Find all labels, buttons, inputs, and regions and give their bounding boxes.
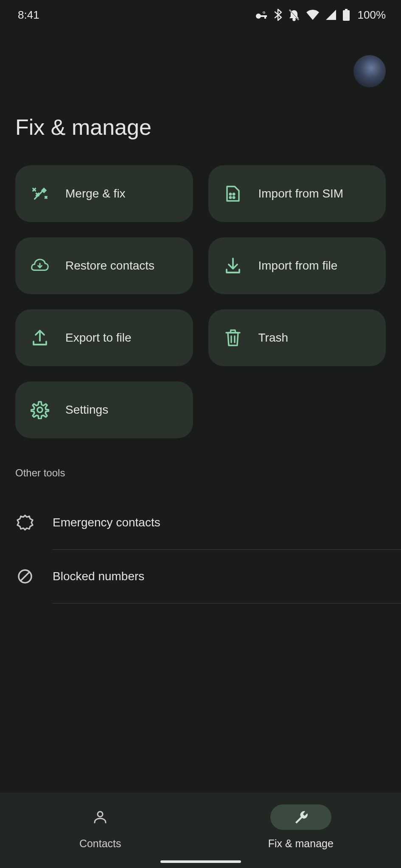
restore-contacts-label: Restore contacts [65,259,154,273]
bluetooth-icon [274,8,282,21]
svg-point-4 [293,19,295,21]
dnd-icon [288,8,300,21]
svg-point-17 [230,193,231,195]
svg-line-29 [20,572,30,581]
svg-point-27 [37,407,42,412]
page-title: Fix & manage [15,114,151,140]
gear-icon [31,401,49,419]
blocked-numbers-label: Blocked numbers [53,570,144,583]
upload-icon [31,328,49,347]
import-file-card[interactable]: Import from file [208,237,386,294]
bottom-nav: Contacts Fix & manage [0,793,401,868]
svg-rect-7 [345,9,348,10]
other-tools-label: Other tools [15,467,386,479]
nav-contacts-icon-wrap [70,804,131,830]
trash-label: Trash [258,331,289,345]
import-sim-label: Import from SIM [258,187,344,200]
blocked-numbers-row[interactable]: Blocked numbers [15,550,386,603]
download-icon [224,256,242,275]
person-icon [93,810,108,825]
settings-card[interactable]: Settings [15,381,193,438]
status-bar: 8:41 G 100% [0,0,401,30]
battery-icon [342,9,350,21]
sim-icon [224,184,242,203]
action-grid: Merge & fix Import from SIM Restore cont… [0,165,401,438]
import-sim-card[interactable]: Import from SIM [208,165,386,222]
signal-icon [325,9,337,20]
gesture-bar [160,860,241,863]
wrench-icon [293,810,308,825]
vpn-key-icon: G [255,10,268,19]
wifi-icon [306,9,320,20]
svg-point-20 [233,197,235,198]
avatar[interactable] [353,55,386,87]
other-tools-section: Other tools Emergency contacts Blocked n… [0,467,401,604]
wand-icon [31,184,49,203]
trash-icon [224,328,242,347]
merge-fix-card[interactable]: Merge & fix [15,165,193,222]
nav-contacts-label: Contacts [79,837,121,850]
svg-point-18 [233,193,235,195]
tool-list: Emergency contacts Blocked numbers [15,496,386,604]
settings-label: Settings [65,403,108,417]
status-right: G 100% [255,8,386,22]
export-file-card[interactable]: Export to file [15,309,193,366]
divider [53,603,401,604]
export-file-label: Export to file [65,331,132,345]
svg-text:G: G [263,11,265,14]
svg-rect-8 [343,10,350,21]
svg-point-19 [230,197,231,198]
medical-icon [15,513,35,532]
trash-card[interactable]: Trash [208,309,386,366]
import-file-label: Import from file [258,259,338,273]
emergency-contacts-row[interactable]: Emergency contacts [15,496,386,549]
nav-fix-manage[interactable]: Fix & manage [201,793,401,868]
nav-fix-manage-label: Fix & manage [268,837,334,850]
restore-contacts-card[interactable]: Restore contacts [15,237,193,294]
battery-percent: 100% [358,8,386,22]
block-icon [15,567,35,586]
emergency-contacts-label: Emergency contacts [53,516,160,529]
nav-fix-manage-icon-wrap [270,804,331,830]
svg-rect-2 [264,15,266,19]
nav-contacts[interactable]: Contacts [0,793,201,868]
svg-point-30 [98,812,103,817]
cloud-download-icon [31,256,49,275]
merge-fix-label: Merge & fix [65,187,126,200]
status-time: 8:41 [18,8,39,22]
app-header: Fix & manage [0,30,401,165]
